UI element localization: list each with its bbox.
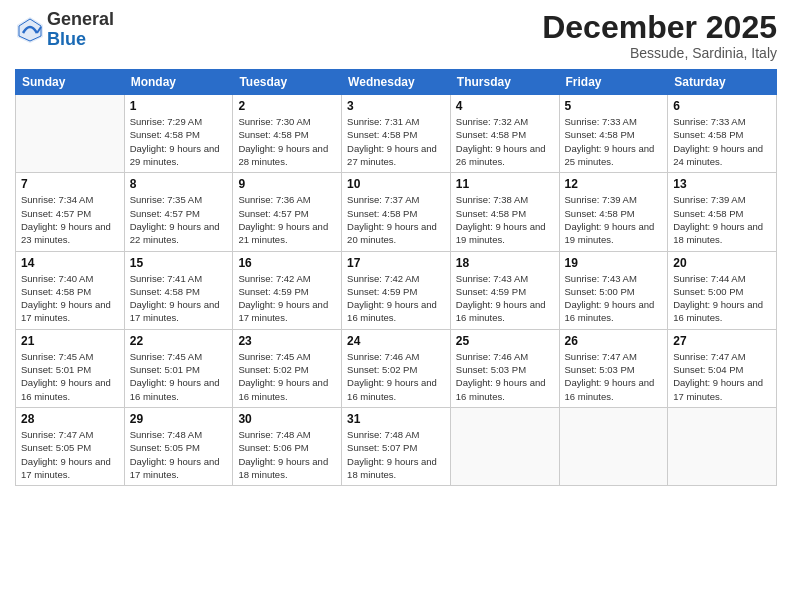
day-number: 26	[565, 334, 663, 348]
day-number: 12	[565, 177, 663, 191]
calendar-cell: 14Sunrise: 7:40 AMSunset: 4:58 PMDayligh…	[16, 251, 125, 329]
subtitle: Bessude, Sardinia, Italy	[542, 45, 777, 61]
day-info: Sunrise: 7:43 AMSunset: 4:59 PMDaylight:…	[456, 272, 554, 325]
calendar-cell: 23Sunrise: 7:45 AMSunset: 5:02 PMDayligh…	[233, 329, 342, 407]
day-info: Sunrise: 7:39 AMSunset: 4:58 PMDaylight:…	[673, 193, 771, 246]
day-number: 18	[456, 256, 554, 270]
calendar-week-2: 14Sunrise: 7:40 AMSunset: 4:58 PMDayligh…	[16, 251, 777, 329]
day-number: 19	[565, 256, 663, 270]
day-info: Sunrise: 7:33 AMSunset: 4:58 PMDaylight:…	[673, 115, 771, 168]
weekday-friday: Friday	[559, 70, 668, 95]
day-info: Sunrise: 7:41 AMSunset: 4:58 PMDaylight:…	[130, 272, 228, 325]
calendar-header: Sunday Monday Tuesday Wednesday Thursday…	[16, 70, 777, 95]
day-info: Sunrise: 7:34 AMSunset: 4:57 PMDaylight:…	[21, 193, 119, 246]
calendar-cell: 27Sunrise: 7:47 AMSunset: 5:04 PMDayligh…	[668, 329, 777, 407]
day-info: Sunrise: 7:35 AMSunset: 4:57 PMDaylight:…	[130, 193, 228, 246]
day-number: 3	[347, 99, 445, 113]
weekday-monday: Monday	[124, 70, 233, 95]
calendar-cell: 8Sunrise: 7:35 AMSunset: 4:57 PMDaylight…	[124, 173, 233, 251]
day-info: Sunrise: 7:48 AMSunset: 5:05 PMDaylight:…	[130, 428, 228, 481]
day-number: 6	[673, 99, 771, 113]
day-number: 8	[130, 177, 228, 191]
calendar-cell: 1Sunrise: 7:29 AMSunset: 4:58 PMDaylight…	[124, 95, 233, 173]
day-info: Sunrise: 7:46 AMSunset: 5:03 PMDaylight:…	[456, 350, 554, 403]
day-info: Sunrise: 7:45 AMSunset: 5:01 PMDaylight:…	[130, 350, 228, 403]
calendar-cell: 15Sunrise: 7:41 AMSunset: 4:58 PMDayligh…	[124, 251, 233, 329]
calendar-cell: 17Sunrise: 7:42 AMSunset: 4:59 PMDayligh…	[342, 251, 451, 329]
calendar-cell: 31Sunrise: 7:48 AMSunset: 5:07 PMDayligh…	[342, 407, 451, 485]
day-number: 10	[347, 177, 445, 191]
day-number: 29	[130, 412, 228, 426]
calendar-cell: 9Sunrise: 7:36 AMSunset: 4:57 PMDaylight…	[233, 173, 342, 251]
day-info: Sunrise: 7:33 AMSunset: 4:58 PMDaylight:…	[565, 115, 663, 168]
day-number: 22	[130, 334, 228, 348]
day-number: 9	[238, 177, 336, 191]
calendar-cell: 28Sunrise: 7:47 AMSunset: 5:05 PMDayligh…	[16, 407, 125, 485]
calendar-cell: 11Sunrise: 7:38 AMSunset: 4:58 PMDayligh…	[450, 173, 559, 251]
calendar-cell	[668, 407, 777, 485]
day-number: 2	[238, 99, 336, 113]
calendar-cell	[16, 95, 125, 173]
day-info: Sunrise: 7:42 AMSunset: 4:59 PMDaylight:…	[347, 272, 445, 325]
day-info: Sunrise: 7:45 AMSunset: 5:02 PMDaylight:…	[238, 350, 336, 403]
day-number: 23	[238, 334, 336, 348]
day-number: 21	[21, 334, 119, 348]
day-info: Sunrise: 7:38 AMSunset: 4:58 PMDaylight:…	[456, 193, 554, 246]
calendar-body: 1Sunrise: 7:29 AMSunset: 4:58 PMDaylight…	[16, 95, 777, 486]
day-info: Sunrise: 7:30 AMSunset: 4:58 PMDaylight:…	[238, 115, 336, 168]
day-info: Sunrise: 7:44 AMSunset: 5:00 PMDaylight:…	[673, 272, 771, 325]
calendar-cell: 22Sunrise: 7:45 AMSunset: 5:01 PMDayligh…	[124, 329, 233, 407]
day-info: Sunrise: 7:37 AMSunset: 4:58 PMDaylight:…	[347, 193, 445, 246]
calendar-cell: 25Sunrise: 7:46 AMSunset: 5:03 PMDayligh…	[450, 329, 559, 407]
calendar-cell: 3Sunrise: 7:31 AMSunset: 4:58 PMDaylight…	[342, 95, 451, 173]
day-number: 20	[673, 256, 771, 270]
day-number: 5	[565, 99, 663, 113]
day-info: Sunrise: 7:47 AMSunset: 5:03 PMDaylight:…	[565, 350, 663, 403]
calendar-cell: 29Sunrise: 7:48 AMSunset: 5:05 PMDayligh…	[124, 407, 233, 485]
calendar-cell: 26Sunrise: 7:47 AMSunset: 5:03 PMDayligh…	[559, 329, 668, 407]
calendar-cell: 20Sunrise: 7:44 AMSunset: 5:00 PMDayligh…	[668, 251, 777, 329]
day-number: 30	[238, 412, 336, 426]
calendar-week-1: 7Sunrise: 7:34 AMSunset: 4:57 PMDaylight…	[16, 173, 777, 251]
day-info: Sunrise: 7:42 AMSunset: 4:59 PMDaylight:…	[238, 272, 336, 325]
weekday-row: Sunday Monday Tuesday Wednesday Thursday…	[16, 70, 777, 95]
day-info: Sunrise: 7:29 AMSunset: 4:58 PMDaylight:…	[130, 115, 228, 168]
page-container: General Blue December 2025 Bessude, Sard…	[0, 0, 792, 612]
title-area: December 2025 Bessude, Sardinia, Italy	[542, 10, 777, 61]
calendar-cell	[450, 407, 559, 485]
calendar-cell: 13Sunrise: 7:39 AMSunset: 4:58 PMDayligh…	[668, 173, 777, 251]
calendar-cell: 30Sunrise: 7:48 AMSunset: 5:06 PMDayligh…	[233, 407, 342, 485]
weekday-tuesday: Tuesday	[233, 70, 342, 95]
calendar-cell: 7Sunrise: 7:34 AMSunset: 4:57 PMDaylight…	[16, 173, 125, 251]
day-info: Sunrise: 7:36 AMSunset: 4:57 PMDaylight:…	[238, 193, 336, 246]
logo-blue-text: Blue	[47, 30, 114, 50]
calendar-week-4: 28Sunrise: 7:47 AMSunset: 5:05 PMDayligh…	[16, 407, 777, 485]
calendar-cell: 18Sunrise: 7:43 AMSunset: 4:59 PMDayligh…	[450, 251, 559, 329]
day-info: Sunrise: 7:48 AMSunset: 5:07 PMDaylight:…	[347, 428, 445, 481]
header: General Blue December 2025 Bessude, Sard…	[15, 10, 777, 61]
day-info: Sunrise: 7:47 AMSunset: 5:05 PMDaylight:…	[21, 428, 119, 481]
day-number: 11	[456, 177, 554, 191]
calendar-cell: 2Sunrise: 7:30 AMSunset: 4:58 PMDaylight…	[233, 95, 342, 173]
logo-general-text: General	[47, 10, 114, 30]
calendar-week-3: 21Sunrise: 7:45 AMSunset: 5:01 PMDayligh…	[16, 329, 777, 407]
logo: General Blue	[15, 10, 114, 50]
day-number: 24	[347, 334, 445, 348]
calendar-cell: 10Sunrise: 7:37 AMSunset: 4:58 PMDayligh…	[342, 173, 451, 251]
weekday-wednesday: Wednesday	[342, 70, 451, 95]
day-info: Sunrise: 7:47 AMSunset: 5:04 PMDaylight:…	[673, 350, 771, 403]
day-number: 1	[130, 99, 228, 113]
day-info: Sunrise: 7:45 AMSunset: 5:01 PMDaylight:…	[21, 350, 119, 403]
day-number: 25	[456, 334, 554, 348]
calendar-week-0: 1Sunrise: 7:29 AMSunset: 4:58 PMDaylight…	[16, 95, 777, 173]
month-title: December 2025	[542, 10, 777, 45]
calendar-table: Sunday Monday Tuesday Wednesday Thursday…	[15, 69, 777, 486]
day-info: Sunrise: 7:46 AMSunset: 5:02 PMDaylight:…	[347, 350, 445, 403]
day-info: Sunrise: 7:43 AMSunset: 5:00 PMDaylight:…	[565, 272, 663, 325]
day-info: Sunrise: 7:32 AMSunset: 4:58 PMDaylight:…	[456, 115, 554, 168]
day-number: 16	[238, 256, 336, 270]
day-number: 4	[456, 99, 554, 113]
day-number: 14	[21, 256, 119, 270]
day-number: 27	[673, 334, 771, 348]
day-number: 7	[21, 177, 119, 191]
